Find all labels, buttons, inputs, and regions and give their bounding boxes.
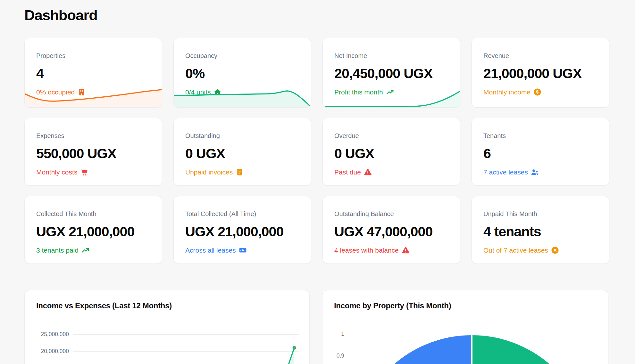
- sparkline: [25, 89, 162, 107]
- card-label: Collected This Month: [36, 210, 150, 218]
- card-footer-text: Monthly income: [483, 88, 531, 96]
- dollar-circle-icon: $: [533, 88, 541, 96]
- stat-card-expenses: Expenses 550,000 UGX Monthly costs: [24, 118, 162, 186]
- stat-card-outstanding: Outstanding 0 UGX Unpaid invoices: [173, 118, 311, 186]
- chart-title-income-vs-expenses: Income vs Expenses (Last 12 Months): [36, 301, 298, 310]
- invoice-icon: [236, 168, 244, 176]
- card-footer-text: 4 leases with balance: [334, 247, 399, 254]
- stat-card-overdue: Overdue 0 UGX Past due: [322, 118, 460, 186]
- warning-icon: [364, 168, 372, 176]
- card-value: 0 UGX: [334, 146, 448, 161]
- stat-card-unpaid-this-month: Unpaid This Month 4 tenants Out of 7 act…: [472, 196, 609, 264]
- card-label: Total Collected (All Time): [185, 210, 299, 218]
- card-footer: Out of 7 active leases: [483, 246, 597, 254]
- card-value: 0 UGX: [185, 146, 299, 161]
- card-label: Tenants: [483, 132, 597, 140]
- income-line-series: [25, 318, 309, 364]
- banknote-icon: [239, 246, 247, 254]
- card-footer: Unpaid invoices: [185, 168, 299, 176]
- stat-card-revenue: Revenue 21,000,000 UGX Monthly income $: [472, 38, 609, 108]
- gridline-1: [349, 334, 598, 334]
- stat-card-net-income: Net Income 20,450,000 UGX Profit this mo…: [322, 38, 460, 108]
- dashboard-page: Dashboard Properties 4 0% occupied Occup…: [0, 0, 635, 364]
- x-circle-icon: [551, 246, 559, 254]
- card-footer-text: Monthly costs: [36, 168, 77, 176]
- card-footer: Across all leases: [185, 246, 299, 254]
- sparkline: [323, 89, 460, 107]
- card-footer-text: Past due: [334, 168, 361, 176]
- card-footer: Monthly costs: [36, 168, 150, 176]
- chart-title-income-by-property: Income by Property (This Month): [334, 301, 597, 310]
- card-footer-text: Out of 7 active leases: [483, 247, 548, 254]
- card-label: Outstanding Balance: [334, 210, 448, 218]
- card-label: Unpaid This Month: [483, 210, 597, 218]
- card-footer-text: 3 tenants paid: [36, 247, 79, 254]
- card-value: UGX 47,000,000: [334, 224, 448, 239]
- card-footer-text: Unpaid invoices: [185, 168, 233, 176]
- card-label: Outstanding: [185, 132, 299, 140]
- card-value: UGX 21,000,000: [36, 224, 150, 239]
- users-icon: [531, 168, 539, 176]
- warning-icon: [402, 246, 410, 254]
- trending-up-icon: [81, 246, 89, 254]
- chart-header: Income vs Expenses (Last 12 Months): [25, 290, 309, 318]
- sparkline: [174, 89, 311, 107]
- card-value: 20,450,000 UGX: [334, 66, 448, 81]
- card-label: Properties: [36, 52, 150, 60]
- income-by-property-chart-card: Income by Property (This Month) 1 0.9: [322, 290, 608, 364]
- cart-icon: [80, 168, 88, 176]
- card-footer: 7 active leases: [483, 168, 597, 176]
- card-label: Occupancy: [185, 52, 299, 60]
- pie-chart-plot: 1 0.9: [322, 318, 608, 364]
- stat-card-outstanding-balance: Outstanding Balance UGX 47,000,000 4 lea…: [322, 196, 460, 264]
- page-title: Dashboard: [24, 7, 609, 24]
- card-value: 6: [483, 146, 597, 161]
- card-footer: 4 leases with balance: [334, 246, 448, 254]
- card-footer-text: Across all leases: [185, 247, 236, 254]
- income-vs-expenses-chart-card: Income vs Expenses (Last 12 Months) 25,0…: [24, 290, 310, 364]
- line-chart-plot: 25,000,000 20,000,000: [25, 318, 309, 364]
- card-value: 4 tenants: [483, 224, 597, 239]
- card-label: Expenses: [36, 132, 150, 140]
- stat-card-tenants: Tenants 6 7 active leases: [472, 118, 609, 186]
- card-footer: Monthly income $: [483, 88, 597, 96]
- card-footer: Past due: [334, 168, 448, 176]
- y-axis-tick-0-9: 0.9: [325, 352, 344, 359]
- card-label: Revenue: [483, 52, 597, 60]
- card-value: 4: [36, 66, 150, 81]
- y-axis-tick-1: 1: [325, 330, 344, 337]
- card-value: UGX 21,000,000: [185, 224, 299, 239]
- card-value: 550,000 UGX: [36, 146, 150, 161]
- income-by-property-pie: [353, 335, 590, 364]
- stat-card-collected-this-month: Collected This Month UGX 21,000,000 3 te…: [24, 196, 162, 264]
- stat-card-properties: Properties 4 0% occupied: [24, 38, 162, 108]
- card-value: 21,000,000 UGX: [483, 66, 597, 81]
- card-label: Overdue: [334, 132, 448, 140]
- card-footer-text: 7 active leases: [483, 168, 528, 176]
- stat-card-total-collected-all-time: Total Collected (All Time) UGX 21,000,00…: [173, 196, 311, 264]
- svg-text:$: $: [536, 90, 539, 95]
- card-footer: 3 tenants paid: [36, 246, 150, 254]
- card-value: 0%: [185, 66, 299, 81]
- card-label: Net Income: [334, 52, 448, 60]
- chart-header: Income by Property (This Month): [322, 290, 608, 318]
- stat-card-occupancy: Occupancy 0% 0/4 units: [173, 38, 311, 108]
- stat-cards-grid: Properties 4 0% occupied Occupancy 0% 0/…: [24, 38, 609, 264]
- charts-section: Income vs Expenses (Last 12 Months) 25,0…: [24, 290, 609, 364]
